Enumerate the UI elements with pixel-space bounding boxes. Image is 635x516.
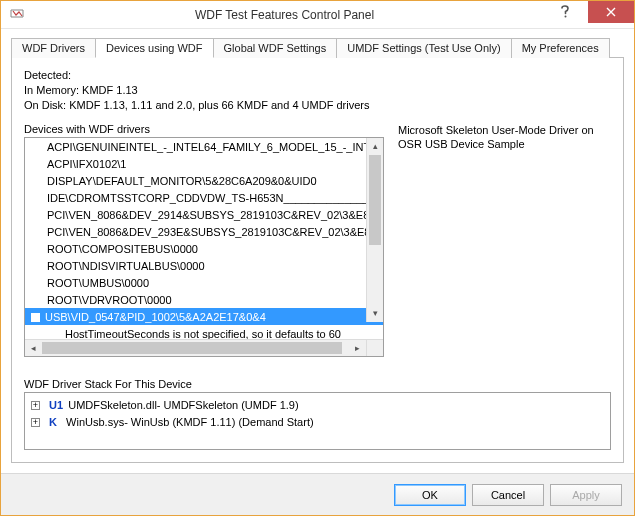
cancel-button[interactable]: Cancel bbox=[472, 484, 544, 506]
tree-item[interactable]: DISPLAY\DEFAULT_MONITOR\5&28C6A209&0&UID… bbox=[25, 172, 383, 189]
tree-item-selected[interactable]: −USB\VID_0547&PID_1002\5&A2A2E17&0&4 bbox=[25, 308, 383, 325]
description-line: Microsoft Skeleton User-Mode Driver on bbox=[398, 123, 611, 137]
scroll-corner bbox=[366, 340, 383, 356]
tree-item[interactable]: ROOT\VDRVROOT\0000 bbox=[25, 291, 383, 308]
horizontal-scrollbar[interactable]: ◂ ▸ bbox=[25, 339, 383, 356]
description-line: OSR USB Device Sample bbox=[398, 137, 611, 151]
scroll-down-icon[interactable]: ▾ bbox=[367, 305, 383, 322]
detected-memory: In Memory: KMDF 1.13 bbox=[24, 83, 611, 98]
tab-wdf-drivers[interactable]: WDF Drivers bbox=[11, 38, 96, 58]
tree-item[interactable]: ROOT\NDISVIRTUALBUS\0000 bbox=[25, 257, 383, 274]
tree-item[interactable]: PCI\VEN_8086&DEV_293E&SUBSYS_2819103C&RE… bbox=[25, 223, 383, 240]
devices-label: Devices with WDF drivers bbox=[24, 123, 384, 135]
tab-panel: Detected: In Memory: KMDF 1.13 On Disk: … bbox=[11, 57, 624, 463]
expand-icon[interactable]: + bbox=[31, 418, 40, 427]
svg-point-0 bbox=[565, 16, 567, 18]
middle-row: Devices with WDF drivers ACPI\GENUINEINT… bbox=[24, 123, 611, 368]
detected-disk: On Disk: KMDF 1.13, 1.11 and 2.0, plus 6… bbox=[24, 98, 611, 113]
vertical-scrollbar[interactable]: ▴ ▾ bbox=[366, 138, 383, 322]
expand-icon[interactable]: + bbox=[31, 401, 40, 410]
tree-item[interactable]: IDE\CDROMTSSTCORP_CDDVDW_TS-H653N_______… bbox=[25, 189, 383, 206]
scroll-track[interactable] bbox=[367, 155, 383, 305]
content-area: WDF Drivers Devices using WDF Global WDF… bbox=[1, 29, 634, 473]
close-button[interactable] bbox=[588, 1, 634, 23]
tree-item[interactable]: ROOT\COMPOSITEBUS\0000 bbox=[25, 240, 383, 257]
tab-my-preferences[interactable]: My Preferences bbox=[511, 38, 610, 58]
tree-item[interactable]: ROOT\UMBUS\0000 bbox=[25, 274, 383, 291]
scroll-thumb[interactable] bbox=[42, 342, 342, 354]
tree-item-label: USB\VID_0547&PID_1002\5&A2A2E17&0&4 bbox=[45, 311, 266, 323]
scroll-track[interactable] bbox=[42, 340, 349, 356]
tab-umdf-settings[interactable]: UMDF Settings (Test Use Only) bbox=[336, 38, 511, 58]
scroll-up-icon[interactable]: ▴ bbox=[367, 138, 383, 155]
tab-devices-using-wdf[interactable]: Devices using WDF bbox=[95, 38, 214, 58]
help-button[interactable] bbox=[542, 1, 588, 23]
detected-heading: Detected: bbox=[24, 68, 611, 83]
scroll-thumb[interactable] bbox=[369, 155, 381, 245]
titlebar: WDF Test Features Control Panel bbox=[1, 1, 634, 29]
driver-stack-list[interactable]: + U1 UMDFSkeleton.dll- UMDFSkeleton (UMD… bbox=[24, 392, 611, 450]
devices-tree[interactable]: ACPI\GENUINEINTEL_-_INTEL64_FAMILY_6_MOD… bbox=[24, 137, 384, 357]
detected-info: Detected: In Memory: KMDF 1.13 On Disk: … bbox=[24, 68, 611, 113]
device-description: Microsoft Skeleton User-Mode Driver on O… bbox=[398, 123, 611, 368]
app-icon bbox=[7, 5, 27, 25]
apply-button: Apply bbox=[550, 484, 622, 506]
tree-item[interactable]: ACPI\IFX0102\1 bbox=[25, 155, 383, 172]
tree-item[interactable]: ACPI\GENUINEINTEL_-_INTEL64_FAMILY_6_MOD… bbox=[25, 138, 383, 155]
stack-row[interactable]: + U1 UMDFSkeleton.dll- UMDFSkeleton (UMD… bbox=[31, 397, 604, 414]
button-bar: OK Cancel Apply bbox=[1, 473, 634, 515]
ok-button[interactable]: OK bbox=[394, 484, 466, 506]
stack-row[interactable]: + K WinUsb.sys- WinUsb (KMDF 1.11) (Dema… bbox=[31, 414, 604, 431]
tree-item[interactable]: PCI\VEN_8086&DEV_2914&SUBSYS_2819103C&RE… bbox=[25, 206, 383, 223]
system-buttons bbox=[542, 1, 634, 28]
stack-tag: U1 bbox=[49, 399, 63, 411]
tree-item-child[interactable]: HostTimeoutSeconds is not specified, so … bbox=[25, 325, 383, 339]
scroll-left-icon[interactable]: ◂ bbox=[25, 340, 42, 356]
scroll-right-icon[interactable]: ▸ bbox=[349, 340, 366, 356]
tab-global-wdf-settings[interactable]: Global WDF Settings bbox=[213, 38, 338, 58]
window-title: WDF Test Features Control Panel bbox=[27, 8, 542, 22]
stack-text: WinUsb.sys- WinUsb (KMDF 1.11) (Demand S… bbox=[66, 416, 314, 428]
devices-column: Devices with WDF drivers ACPI\GENUINEINT… bbox=[24, 123, 384, 368]
tree-body: ACPI\GENUINEINTEL_-_INTEL64_FAMILY_6_MOD… bbox=[25, 138, 383, 339]
stack-text: UMDFSkeleton.dll- UMDFSkeleton (UMDF 1.9… bbox=[68, 399, 298, 411]
dialog-window: WDF Test Features Control Panel WDF Driv… bbox=[0, 0, 635, 516]
stack-tag: K bbox=[49, 416, 57, 428]
tab-strip: WDF Drivers Devices using WDF Global WDF… bbox=[11, 38, 624, 58]
stack-label: WDF Driver Stack For This Device bbox=[24, 378, 611, 390]
collapse-icon[interactable]: − bbox=[31, 313, 40, 322]
